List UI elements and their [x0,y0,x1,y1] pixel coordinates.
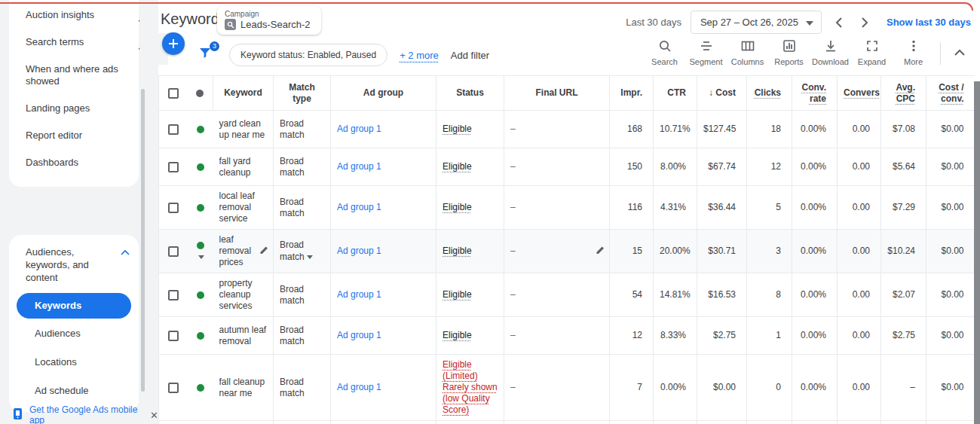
row-checkbox[interactable] [168,246,179,257]
column-header-ctr[interactable]: CTR [654,76,697,111]
caret-down-icon[interactable] [307,251,313,261]
ad-group-link[interactable]: Ad group 1 [337,202,381,212]
column-header-cost-conv-[interactable]: Cost / conv. [926,76,975,111]
reports-button[interactable]: Reports [768,39,810,66]
ctr-cell: 20.00% [654,230,697,273]
status-badge[interactable]: Eligible [443,246,472,256]
more-button[interactable]: More [893,39,934,66]
mobile-app-link[interactable]: Get the Google Ads mobile app [29,404,139,424]
cost-cell [697,421,747,424]
enabled-status-dot [197,204,204,212]
column-header-label[interactable]: Match type [289,82,315,104]
more-filters-link[interactable]: + 2 more [400,50,439,61]
row-checkbox[interactable] [168,203,179,213]
add-keyword-button[interactable] [162,32,185,55]
sidebar-item-landing-pages[interactable]: Landing pages [9,95,139,122]
search-button[interactable]: Search [644,39,685,66]
column-header-match-type[interactable]: Match type [274,76,331,111]
final-url-value: – [510,330,516,340]
next-period-button[interactable] [856,14,873,31]
sidebar-item-search-terms[interactable]: Search terms [9,29,139,56]
ad-group-link[interactable]: Ad group 1 [337,124,381,134]
previous-period-button[interactable] [831,14,847,31]
search-icon [658,42,672,55]
column-header-label[interactable]: Cost [715,87,736,98]
column-header-impr-[interactable]: Impr. [610,76,654,111]
column-header-label[interactable]: Impr. [620,87,642,98]
status-badge[interactable]: Eligible [443,289,472,300]
vertical-scrollbar[interactable] [974,81,980,424]
sidebar-item-when-and-where-ads-showed[interactable]: When and where ads showed [9,56,139,95]
column-header-clicks[interactable]: Clicks [747,76,792,111]
status-badge[interactable]: Eligible [443,330,472,340]
column-header-label[interactable]: Cost / conv. [939,82,963,104]
column-header-label[interactable]: Conv. rate [802,82,826,104]
row-checkbox[interactable] [168,331,179,341]
caret-down-icon[interactable] [198,251,204,261]
column-header-label[interactable]: Keyword [224,87,262,98]
segment-button[interactable]: Segment [685,39,727,66]
final-url-value: – [510,246,516,256]
sidebar-item-ad-schedule[interactable]: Ad schedule [9,376,139,404]
sidebar-item-dashboards[interactable]: Dashboards [9,149,139,176]
collapse-toolbar-button[interactable] [947,39,972,59]
column-header-label[interactable]: Ad group [363,87,403,98]
enabled-status-dot [197,242,204,249]
ad-group-link[interactable]: Ad group 1 [337,246,381,256]
status-badge[interactable]: Eligible [443,202,472,212]
campaign-scope-chip[interactable]: Campaign Leads-Search-2 [217,6,321,35]
column-header-keyword[interactable]: Keyword [213,76,274,111]
ad-group-link[interactable]: Ad group 1 [337,161,381,172]
ad-group-link[interactable]: Ad group 1 [337,330,381,340]
column-header-label[interactable]: CTR [667,87,686,98]
edit-final-url-icon[interactable] [596,245,605,258]
show-last-30-days-link[interactable]: Show last 30 days [887,17,971,28]
column-header-label[interactable]: Convers [844,87,880,98]
row-checkbox[interactable] [168,383,179,393]
status-badge[interactable]: Eligible (Limited) Rarely shown (low Qua… [443,359,498,415]
sidebar-item-keywords-selected[interactable]: Keywords [17,293,131,319]
cost-per-conv-cell: $0.00 [926,186,975,230]
status-badge[interactable]: Eligible [443,124,472,134]
close-icon[interactable]: ✕ [150,410,158,421]
sidebar-group-audiences-keywords-content[interactable]: Audiences, keywords, and content [9,246,139,284]
avg-cpc-cell: – [881,355,926,421]
column-header-convers[interactable]: Convers [838,76,881,111]
ad-group-link[interactable]: Ad group 1 [337,382,381,392]
filter-chip-keyword-status[interactable]: Keyword status: Enabled, Paused [229,44,387,66]
sidebar-item-audiences[interactable]: Audiences [9,319,139,347]
column-header-final-url[interactable]: Final URL [504,76,610,111]
column-header-ad-group[interactable]: Ad group [331,76,436,111]
add-filter-button[interactable]: Add filter [451,50,489,61]
column-header-cost[interactable]: ↓ Cost [697,76,747,111]
date-range-selector[interactable]: Sep 27 – Oct 26, 2025 [691,11,822,34]
expand-button[interactable]: Expand [851,39,893,66]
ctr-cell: 8.33% [654,317,697,355]
column-header-label[interactable]: Final URL [536,87,578,98]
row-checkbox[interactable] [168,124,179,135]
columns-button[interactable]: Columns [727,39,768,66]
row-checkbox[interactable] [168,162,179,172]
edit-keyword-icon[interactable] [259,245,269,258]
column-header-label[interactable]: Clicks [755,87,781,98]
column-header-avg-cpc[interactable]: Avg. CPC [881,76,926,111]
download-button[interactable]: Download [810,39,851,66]
row-checkbox[interactable] [168,290,179,300]
sort-desc-icon: ↓ [709,87,715,98]
column-header-status[interactable]: Status [436,76,504,111]
status-badge[interactable]: Eligible [443,161,472,172]
filter-funnel-icon[interactable]: 3 [198,45,217,65]
ad-group-cell: Ad group 1 [331,111,436,148]
select-all-checkbox[interactable] [168,88,179,99]
sidebar-scrollbar[interactable] [141,89,145,392]
sidebar-item-locations[interactable]: Locations [9,347,139,376]
ad-group-link[interactable]: Ad group 1 [337,289,381,300]
conversions-cell: 0.00 [838,148,881,186]
column-header-label[interactable]: Avg. CPC [896,82,915,104]
final-url-value: – [510,124,516,134]
sidebar-item-report-editor[interactable]: Report editor [9,122,139,149]
column-header-label[interactable]: Status [456,87,484,98]
sidebar-item-auction-insights[interactable]: Auction insights [9,2,139,29]
cost-per-conv-cell [926,421,975,424]
column-header-conv-rate[interactable]: Conv. rate [792,76,838,111]
